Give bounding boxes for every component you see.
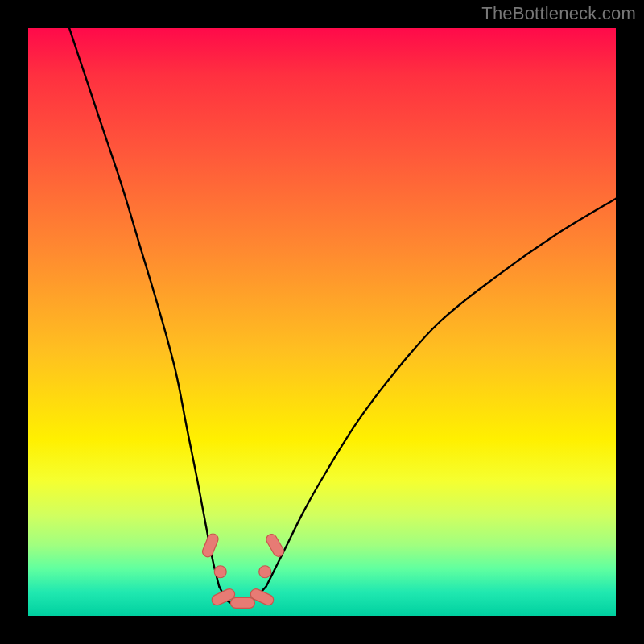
marker-dot — [214, 566, 226, 578]
chart-frame: TheBottleneck.com — [0, 0, 644, 644]
chart-svg — [28, 28, 616, 616]
chart-plot-area — [28, 28, 616, 616]
watermark-label: TheBottleneck.com — [481, 3, 636, 24]
marker-pill — [230, 597, 254, 608]
curve-right-curve — [266, 199, 616, 587]
curve-group — [69, 28, 616, 604]
marker-dot — [259, 566, 271, 578]
marker-pill — [264, 532, 285, 558]
marker-group — [201, 532, 286, 608]
curve-left-curve — [69, 28, 219, 587]
marker-pill — [201, 532, 220, 559]
